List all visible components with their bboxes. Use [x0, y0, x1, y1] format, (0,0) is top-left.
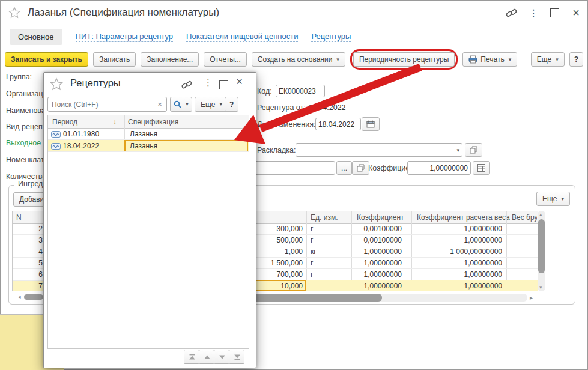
cell-coeff[interactable]: 0,00100000 — [364, 225, 402, 233]
chevron-down-icon[interactable]: ▾ — [452, 145, 459, 155]
dialog-more-button[interactable]: Еще▾ — [195, 97, 228, 112]
column-header-weight-coeff[interactable]: Коэффициент расчета веса — [417, 213, 510, 222]
go-previous-button[interactable] — [199, 350, 214, 364]
dialog-help-button[interactable]: ? — [225, 97, 238, 112]
cell-unit[interactable]: г — [311, 270, 313, 279]
cell-unit[interactable]: г — [311, 236, 313, 244]
cell-coeff[interactable]: 1,00000000 — [364, 282, 402, 290]
cell-qty[interactable]: 300,000 — [277, 225, 303, 233]
cell-coeff[interactable]: 1,00000000 — [364, 270, 402, 279]
group-label: Группа: — [6, 73, 32, 81]
column-header-coeff[interactable]: Коэффициент — [357, 213, 404, 222]
link-icon[interactable] — [505, 7, 518, 19]
row-number[interactable]: 5 — [38, 259, 43, 267]
row-number[interactable]: 3 — [38, 236, 43, 244]
column-header-gross[interactable]: Вес брутто — [512, 213, 537, 222]
scroll-down-icon[interactable]: ▾ — [539, 285, 542, 290]
layout-combobox[interactable]: ▾ — [296, 143, 462, 157]
tab-main[interactable]: Основное — [10, 29, 62, 45]
cell-coeff[interactable]: 1,00000000 — [364, 247, 402, 256]
search-button[interactable]: ▾ — [170, 97, 192, 112]
calendar-button[interactable] — [362, 117, 380, 131]
row-number[interactable]: 6 — [38, 270, 43, 279]
reports-button[interactable]: Отчеты... — [204, 52, 246, 67]
save-and-close-button[interactable]: Записать и закрыть — [5, 52, 88, 67]
cell-qty[interactable]: 500,000 — [277, 236, 303, 244]
cell-coeff[interactable]: 0,00100000 — [364, 236, 402, 244]
cell-unit[interactable]: г — [311, 225, 313, 233]
print-button[interactable]: Печать▾ — [462, 52, 517, 67]
column-header-unit[interactable]: Ед. изм. — [311, 213, 338, 222]
tab-recipes[interactable]: Рецептуры — [311, 32, 351, 42]
cell-unit[interactable]: кг — [311, 247, 317, 256]
code-field[interactable] — [276, 85, 325, 97]
date-modified-field[interactable] — [315, 118, 361, 130]
tab-nutrition[interactable]: Показатели пищевой ценности — [186, 32, 298, 42]
row-number[interactable]: 2 — [38, 225, 43, 233]
scroll-right-icon[interactable]: ▸ — [530, 295, 533, 301]
choose-button[interactable]: ... — [336, 161, 352, 175]
maximize-icon[interactable] — [550, 8, 559, 17]
h-scrollbar-thumb[interactable] — [24, 294, 43, 300]
close-icon[interactable]: × — [572, 6, 580, 20]
cell-qty[interactable]: 700,000 — [277, 270, 303, 279]
recipe-from-label: Рецептура от: — [257, 103, 306, 112]
layout-open-button[interactable] — [465, 143, 482, 157]
row-number[interactable]: 4 — [38, 247, 43, 256]
link-icon[interactable] — [181, 79, 193, 91]
cell-qty[interactable]: 1 500,000 — [271, 259, 303, 267]
app-window: Лазанья (Спецификация номенклатуры) ⋮ × … — [0, 0, 588, 370]
record-nav — [184, 350, 244, 364]
fill-button[interactable]: Заполнение... — [141, 52, 199, 67]
cell-unit[interactable]: г — [311, 259, 313, 267]
list-item[interactable]: 01.01.1980 Лазанья — [48, 128, 249, 140]
cell-weight-coeff[interactable]: 1,00000000 — [464, 225, 502, 233]
close-icon[interactable]: × — [236, 75, 243, 88]
calculator-button[interactable] — [473, 161, 490, 175]
cell-spec[interactable]: Лазанья — [130, 142, 157, 150]
maximize-icon[interactable] — [219, 80, 228, 89]
help-button[interactable]: ? — [569, 52, 583, 67]
kebab-menu-icon[interactable]: ⋮ — [204, 77, 213, 88]
more-button[interactable]: Еще▾ — [531, 52, 565, 67]
open-button[interactable] — [352, 161, 369, 175]
dialog-title: Рецептуры — [70, 77, 121, 89]
cell-coeff[interactable]: 1,00000000 — [364, 259, 402, 267]
cell-qty[interactable]: 10,000 — [280, 282, 303, 290]
clear-search-icon[interactable]: × — [153, 100, 166, 109]
favorite-star-icon[interactable] — [50, 77, 63, 91]
cell-weight-coeff[interactable]: 1 000,00000000 — [450, 247, 502, 256]
row-number[interactable]: 7 — [38, 282, 43, 290]
save-button[interactable]: Записать — [93, 52, 136, 67]
cell-weight-coeff[interactable]: 1,00000000 — [464, 282, 502, 290]
cell-weight-coeff[interactable]: 1,00000000 — [464, 259, 502, 267]
go-last-button[interactable] — [229, 350, 244, 364]
column-header-spec[interactable]: Спецификация — [128, 118, 178, 126]
v-scrollbar-thumb[interactable] — [538, 219, 545, 273]
cell-weight-coeff[interactable]: 1,00000000 — [464, 270, 502, 279]
date-modified-label: Дата изменения: — [257, 120, 315, 129]
coefficient-field[interactable] — [407, 161, 471, 175]
cell-weight-coeff[interactable]: 1,00000000 — [464, 236, 502, 244]
create-on-basis-button[interactable]: Создать на основании▾ — [252, 52, 345, 67]
search-input[interactable] — [48, 100, 153, 109]
cell-period[interactable]: 18.04.2022 — [63, 142, 99, 150]
column-header-n[interactable]: N — [16, 213, 22, 222]
scroll-left-icon[interactable]: ◂ — [18, 294, 21, 300]
cell-period[interactable]: 01.01.1980 — [63, 130, 99, 138]
cell-spec[interactable]: Лазанья — [130, 130, 157, 138]
scroll-up-icon[interactable]: ▴ — [539, 212, 542, 217]
periodicity-button[interactable]: Периодичность рецептуры — [353, 52, 455, 67]
table-more-button[interactable]: Еще▾ — [536, 192, 570, 206]
list-item-selected[interactable]: 18.04.2022 Лазанья — [48, 140, 249, 152]
sort-desc-icon[interactable]: ↓ — [113, 117, 117, 126]
column-header-period[interactable]: Период — [52, 118, 77, 126]
go-next-button[interactable] — [214, 350, 229, 364]
favorite-star-icon[interactable] — [8, 7, 20, 19]
title-bar: Лазанья (Спецификация номенклатуры) ⋮ × — [0, 0, 588, 25]
cell-qty[interactable]: 1,000 — [285, 247, 303, 256]
recipes-dialog: Рецептуры ⋮ × × ▾ Еще▾ ? Период ↓ Специф… — [43, 72, 256, 368]
kebab-menu-icon[interactable]: ⋮ — [529, 7, 538, 19]
go-first-button[interactable] — [184, 350, 199, 364]
tab-pit-params[interactable]: ПИТ: Параметры рецептур — [76, 32, 173, 42]
